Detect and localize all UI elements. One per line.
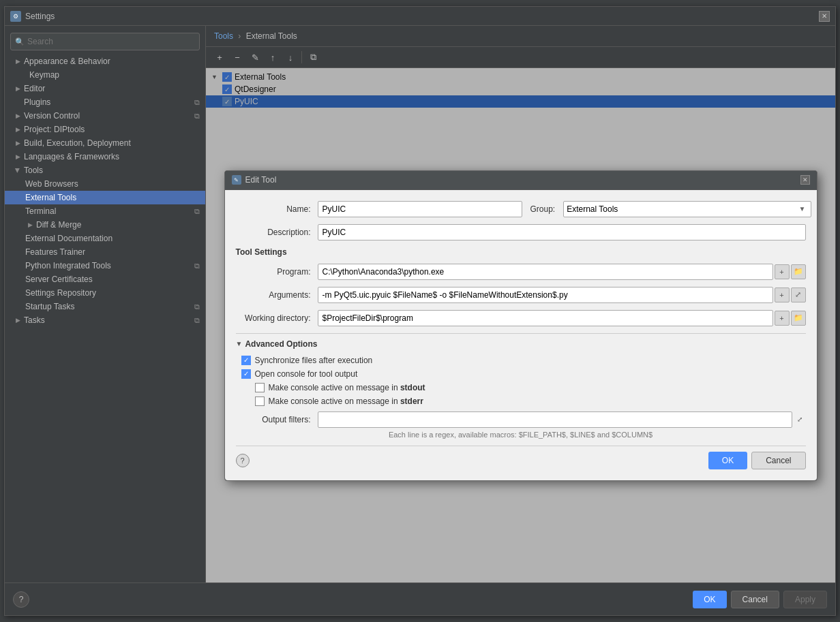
output-filters-label: Output filters: xyxy=(236,415,318,424)
arrow-spacer xyxy=(18,70,28,80)
search-box[interactable]: 🔍 xyxy=(10,33,200,50)
open-console-checkbox[interactable]: ✓ xyxy=(241,369,251,379)
sidebar-item-label: Tasks xyxy=(24,315,45,325)
sidebar-item-label: Languages & Frameworks xyxy=(24,152,119,161)
sidebar-item-external-tools[interactable]: External Tools xyxy=(5,191,205,204)
output-filters-input[interactable] xyxy=(318,411,792,428)
sidebar-item-keymap[interactable]: Keymap xyxy=(5,68,205,82)
sidebar-item-server-certs[interactable]: Server Certificates xyxy=(5,273,205,286)
group-select[interactable]: External Tools xyxy=(563,201,811,217)
sidebar: 🔍 ▶ Appearance & Behavior Keymap ▶ Edito… xyxy=(5,26,206,582)
sync-files-label: Synchronize files after execution xyxy=(255,356,373,365)
console-stdout-checkbox[interactable] xyxy=(255,383,265,392)
working-dir-browse-button[interactable]: 📁 xyxy=(791,311,806,326)
sidebar-item-label: Version Control xyxy=(24,111,80,121)
search-input[interactable] xyxy=(27,37,195,46)
program-label: Program: xyxy=(236,267,318,277)
modal-overlay: ✎ Edit Tool ✕ Name: Group: xyxy=(206,68,835,582)
working-dir-add-button[interactable]: + xyxy=(775,311,790,326)
sidebar-item-python-tools[interactable]: Python Integrated Tools ⧉ xyxy=(5,259,205,273)
description-input[interactable] xyxy=(318,224,806,240)
modal-button-group: OK Cancel xyxy=(708,452,806,469)
sidebar-item-tools[interactable]: ▶ Tools xyxy=(5,164,205,177)
sidebar-item-startup-tasks[interactable]: Startup Tasks ⧉ xyxy=(5,300,205,313)
move-down-button[interactable]: ↓ xyxy=(282,50,299,65)
console-stderr-checkbox[interactable] xyxy=(255,396,265,406)
sidebar-item-build[interactable]: ▶ Build, Execution, Deployment xyxy=(5,136,205,150)
output-expand-button[interactable]: ⤢ xyxy=(794,414,806,426)
apply-button[interactable]: Apply xyxy=(783,591,827,608)
advanced-options-header[interactable]: ▼ Advanced Options xyxy=(236,339,806,349)
edit-button[interactable]: ✎ xyxy=(247,50,263,65)
sidebar-item-diff-merge[interactable]: ▶ Diff & Merge xyxy=(5,218,205,232)
move-up-button[interactable]: ↑ xyxy=(265,50,281,65)
arguments-input[interactable] xyxy=(318,287,773,303)
sidebar-item-settings-repo[interactable]: Settings Repository xyxy=(5,286,205,300)
modal-close-button[interactable]: ✕ xyxy=(800,175,810,185)
sidebar-item-languages[interactable]: ▶ Languages & Frameworks xyxy=(5,150,205,164)
python-icon: ⧉ xyxy=(194,262,200,270)
console-stderr-row: Make console active on message in stderr xyxy=(236,396,806,406)
sidebar-item-project[interactable]: ▶ Project: DIPtools xyxy=(5,123,205,136)
copy-button[interactable]: ⧉ xyxy=(305,50,321,65)
arguments-add-button[interactable]: + xyxy=(775,287,790,302)
sidebar-item-label: Build, Execution, Deployment xyxy=(24,138,131,148)
breadcrumb-tools[interactable]: Tools xyxy=(214,31,233,41)
remove-button[interactable]: − xyxy=(229,50,245,65)
sidebar-item-label: External Documentation xyxy=(25,234,112,243)
modal-body: Name: Group: External Tools ▼ xyxy=(225,190,817,480)
modal-cancel-button[interactable]: Cancel xyxy=(751,452,805,469)
cancel-button[interactable]: Cancel xyxy=(731,591,779,608)
ok-button[interactable]: OK xyxy=(693,591,726,608)
window-icon: ⚙ xyxy=(10,11,21,22)
bottom-bar: ? OK Cancel Apply xyxy=(5,582,835,615)
open-console-label: Open console for tool output xyxy=(255,369,358,379)
sidebar-item-plugins[interactable]: Plugins ⧉ xyxy=(5,95,205,109)
program-browse-button[interactable]: 📁 xyxy=(791,264,806,279)
sidebar-item-web-browsers[interactable]: Web Browsers xyxy=(5,177,205,191)
program-row: Program: + 📁 xyxy=(236,264,806,280)
arguments-input-wrap: + ⤢ xyxy=(318,287,806,303)
arrow-icon: ▶ xyxy=(13,84,22,93)
sidebar-item-terminal[interactable]: Terminal ⧉ xyxy=(5,204,205,218)
tool-settings-title: Tool Settings xyxy=(236,247,806,257)
working-dir-row: Working directory: + 📁 xyxy=(236,310,806,326)
open-console-row: ✓ Open console for tool output xyxy=(236,369,806,379)
startup-icon: ⧉ xyxy=(194,302,200,311)
sync-files-row: ✓ Synchronize files after execution xyxy=(236,356,806,365)
console-stdout-label: Make console active on message in stdout xyxy=(269,383,425,392)
modal-ok-button[interactable]: OK xyxy=(708,452,747,469)
console-stderr-label: Make console active on message in stderr xyxy=(269,396,423,406)
program-input-wrap: + 📁 xyxy=(318,264,806,280)
sidebar-item-features-trainer[interactable]: Features Trainer xyxy=(5,245,205,259)
arguments-expand-button[interactable]: ⤢ xyxy=(791,287,806,302)
edit-tool-modal: ✎ Edit Tool ✕ Name: Group: xyxy=(224,170,817,481)
sidebar-item-label: Plugins xyxy=(24,97,50,107)
sidebar-item-label: Editor xyxy=(24,84,45,93)
sidebar-item-appearance[interactable]: ▶ Appearance & Behavior xyxy=(5,55,205,68)
modal-help-button[interactable]: ? xyxy=(236,454,250,467)
arrow-icon: ▶ xyxy=(13,111,22,121)
sidebar-item-external-docs[interactable]: External Documentation xyxy=(5,232,205,245)
output-input-wrap: ⤢ xyxy=(318,411,806,428)
window-close-button[interactable]: ✕ xyxy=(819,11,830,22)
help-button[interactable]: ? xyxy=(13,591,29,608)
window-title: Settings xyxy=(25,12,819,21)
bottom-button-group: OK Cancel Apply xyxy=(693,591,827,608)
sidebar-item-label: Appearance & Behavior xyxy=(24,57,110,66)
section-divider xyxy=(236,333,806,334)
program-add-button[interactable]: + xyxy=(775,264,790,279)
sidebar-item-tasks[interactable]: ▶ Tasks ⧉ xyxy=(5,313,205,327)
sync-files-checkbox[interactable]: ✓ xyxy=(241,356,251,365)
name-input[interactable] xyxy=(318,201,522,217)
output-filters-row: Output filters: ⤢ xyxy=(236,411,806,428)
modal-icon: ✎ xyxy=(232,175,241,185)
working-dir-input[interactable] xyxy=(318,310,773,326)
modal-title: Edit Tool xyxy=(245,175,800,185)
program-input[interactable] xyxy=(318,264,773,280)
modal-title-bar: ✎ Edit Tool ✕ xyxy=(225,171,817,190)
add-button[interactable]: + xyxy=(211,50,228,65)
toolbar: + − ✎ ↑ ↓ ⧉ xyxy=(206,47,835,68)
sidebar-item-version-control[interactable]: ▶ Version Control ⧉ xyxy=(5,109,205,123)
sidebar-item-editor[interactable]: ▶ Editor xyxy=(5,82,205,95)
